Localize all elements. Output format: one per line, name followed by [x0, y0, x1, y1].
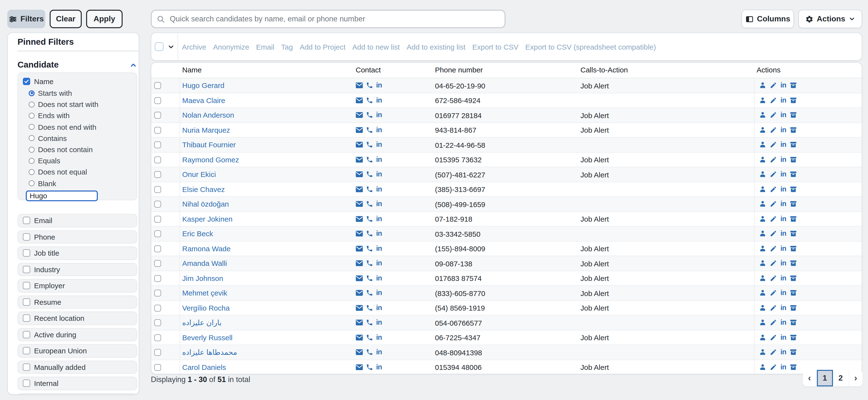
radio-option-blank[interactable]: Blank: [29, 178, 137, 189]
checkbox-unchecked-icon[interactable]: [23, 331, 30, 338]
phone-icon[interactable]: [366, 200, 373, 207]
row-checkbox[interactable]: [154, 171, 161, 178]
radio-unselected-icon[interactable]: [29, 180, 35, 186]
archive-icon[interactable]: [790, 363, 797, 371]
radio-unselected-icon[interactable]: [29, 124, 35, 130]
candidate-name-link[interactable]: Vergílio Rocha: [182, 303, 230, 312]
archive-icon[interactable]: [790, 260, 797, 267]
linkedin-icon[interactable]: in: [376, 275, 382, 282]
checkbox-unchecked-icon[interactable]: [23, 249, 30, 257]
candidate-name-link[interactable]: Nihal özdoğan: [182, 200, 229, 208]
profile-icon[interactable]: [759, 186, 766, 193]
chevron-up-icon[interactable]: [129, 61, 137, 69]
name-filter-checkbox[interactable]: [23, 78, 30, 85]
linkedin-icon[interactable]: in: [376, 364, 382, 371]
phone-icon[interactable]: [366, 289, 373, 297]
candidate-name-link[interactable]: Maeva Claire: [182, 96, 225, 104]
radio-option-does-not-end-with[interactable]: Does not end with: [29, 121, 137, 132]
linkedin-icon[interactable]: in: [376, 186, 382, 193]
profile-icon[interactable]: [759, 126, 766, 133]
edit-icon[interactable]: [770, 156, 777, 163]
candidate-name-link[interactable]: Nuria Marquez: [182, 126, 230, 134]
linkedin-icon[interactable]: in: [780, 304, 786, 311]
radio-unselected-icon[interactable]: [29, 158, 35, 164]
linkedin-icon[interactable]: in: [376, 260, 382, 267]
previous-page-button[interactable]: ‹: [803, 370, 817, 387]
phone-icon[interactable]: [366, 215, 373, 222]
phone-icon[interactable]: [366, 304, 373, 311]
email-icon[interactable]: [356, 156, 363, 163]
phone-icon[interactable]: [366, 334, 373, 341]
candidate-name-link[interactable]: Eric Beck: [182, 229, 213, 238]
bulk-action-add-to-new-list[interactable]: Add to new list: [352, 42, 400, 51]
phone-icon[interactable]: [366, 319, 373, 326]
email-icon[interactable]: [356, 230, 363, 237]
row-checkbox[interactable]: [154, 127, 161, 133]
profile-icon[interactable]: [759, 289, 766, 297]
edit-icon[interactable]: [770, 97, 777, 104]
linkedin-icon[interactable]: in: [376, 290, 382, 297]
row-checkbox[interactable]: [154, 97, 161, 104]
search-input[interactable]: [169, 14, 500, 24]
row-checkbox[interactable]: [154, 201, 161, 207]
candidate-name-link[interactable]: Mehmet çevik: [182, 289, 227, 297]
row-checkbox[interactable]: [154, 304, 161, 311]
row-checkbox[interactable]: [154, 245, 161, 252]
checkbox-unchecked-icon[interactable]: [23, 298, 30, 306]
checkbox-unchecked-icon[interactable]: [23, 380, 30, 387]
archive-icon[interactable]: [790, 230, 797, 237]
filter-item-clipped[interactable]: [18, 393, 137, 395]
linkedin-icon[interactable]: in: [376, 215, 382, 222]
candidate-name-link[interactable]: Ramona Wade: [182, 244, 230, 253]
archive-icon[interactable]: [790, 156, 797, 163]
filter-item-recent-location[interactable]: Recent location: [18, 311, 137, 325]
phone-icon[interactable]: [366, 156, 373, 163]
phone-icon[interactable]: [366, 97, 373, 104]
archive-icon[interactable]: [790, 126, 797, 133]
edit-icon[interactable]: [770, 289, 777, 297]
phone-icon[interactable]: [366, 126, 373, 133]
linkedin-icon[interactable]: in: [376, 156, 382, 163]
linkedin-icon[interactable]: in: [780, 334, 786, 341]
linkedin-icon[interactable]: in: [780, 126, 786, 133]
radio-option-does-not-contain[interactable]: Does not contain: [29, 144, 137, 155]
phone-icon[interactable]: [366, 348, 373, 356]
candidate-name-link[interactable]: Thibaut Fournier: [182, 140, 236, 149]
linkedin-icon[interactable]: in: [780, 364, 786, 371]
linkedin-icon[interactable]: in: [780, 275, 786, 282]
archive-icon[interactable]: [790, 215, 797, 222]
phone-icon[interactable]: [366, 186, 373, 193]
edit-icon[interactable]: [770, 141, 777, 148]
edit-icon[interactable]: [770, 274, 777, 282]
next-page-button[interactable]: ›: [849, 370, 863, 387]
linkedin-icon[interactable]: in: [376, 111, 382, 119]
row-checkbox[interactable]: [154, 334, 161, 341]
apply-button[interactable]: Apply: [86, 10, 123, 28]
row-checkbox[interactable]: [154, 230, 161, 237]
edit-icon[interactable]: [770, 186, 777, 193]
row-checkbox[interactable]: [154, 141, 161, 148]
phone-icon[interactable]: [366, 230, 373, 237]
row-checkbox[interactable]: [154, 260, 161, 267]
archive-icon[interactable]: [790, 319, 797, 326]
archive-icon[interactable]: [790, 348, 797, 356]
profile-icon[interactable]: [759, 260, 766, 267]
profile-icon[interactable]: [759, 274, 766, 282]
archive-icon[interactable]: [790, 97, 797, 104]
columns-button[interactable]: Columns: [742, 10, 794, 28]
filter-item-industry[interactable]: Industry: [18, 263, 137, 276]
linkedin-icon[interactable]: in: [780, 82, 786, 89]
phone-icon[interactable]: [366, 363, 373, 371]
checkbox-unchecked-icon[interactable]: [23, 315, 30, 322]
linkedin-icon[interactable]: in: [780, 186, 786, 193]
edit-icon[interactable]: [770, 363, 777, 371]
bulk-action-anonymize[interactable]: Anonymize: [213, 42, 249, 51]
radio-option-ends-with[interactable]: Ends with: [29, 110, 137, 121]
bulk-action-archive[interactable]: Archive: [182, 42, 206, 51]
candidate-name-link[interactable]: Carol Daniels: [182, 363, 226, 371]
bulk-action-add-to-existing-list[interactable]: Add to existing list: [406, 42, 465, 51]
profile-icon[interactable]: [759, 363, 766, 371]
profile-icon[interactable]: [759, 215, 766, 222]
filter-item-resume[interactable]: Resume: [18, 295, 137, 309]
filter-item-email[interactable]: Email: [18, 214, 137, 227]
